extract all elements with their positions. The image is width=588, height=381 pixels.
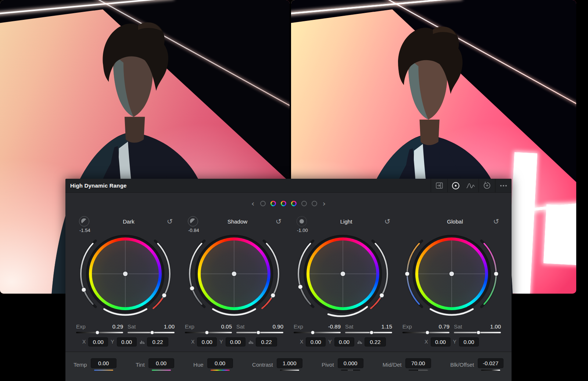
x-label: X — [300, 339, 303, 345]
blkoffset-field[interactable]: -0.027 — [478, 358, 503, 368]
exposure-arc-handle — [298, 284, 302, 289]
sat-slider[interactable] — [454, 332, 501, 333]
page-navigation: ‹ › — [65, 193, 512, 214]
bottom-arc — [213, 309, 255, 315]
sat-label: Sat — [454, 323, 462, 330]
exp-slider[interactable] — [76, 332, 123, 333]
reset-wheel-icon[interactable]: ↺ — [493, 218, 499, 225]
wheel-section-global: Global ↺ — [397, 214, 506, 346]
y-label: Y — [328, 339, 331, 345]
x-field[interactable]: 0.00 — [88, 337, 108, 346]
dial-value: -1.00 — [295, 228, 390, 234]
y-label: Y — [111, 339, 114, 345]
saturation-over-arc — [371, 299, 380, 308]
sat-value[interactable]: 0.90 — [273, 323, 283, 330]
color-wheel-global[interactable] — [404, 235, 499, 320]
contrast-field[interactable]: 1.000 — [277, 358, 302, 368]
wheel-label: Global — [447, 218, 463, 225]
middet-field[interactable]: 70.00 — [405, 358, 431, 368]
saturation-arc-handle — [162, 293, 166, 298]
exposure-dial-icon[interactable] — [188, 216, 198, 226]
x-label: X — [191, 339, 194, 345]
wheel-center-handle — [340, 271, 345, 276]
exposure-arc — [190, 244, 201, 304]
contrast-control: Contrast 1.000 — [252, 358, 302, 371]
pivot-label: Pivot — [322, 362, 334, 368]
page-dot-1[interactable] — [260, 201, 266, 206]
page-dot-2[interactable] — [270, 201, 276, 206]
x-field[interactable]: 0.00 — [431, 337, 451, 346]
sat-slider[interactable] — [128, 332, 175, 333]
sat-label: Sat — [128, 323, 136, 330]
tint-gradient-bar — [152, 370, 171, 371]
page-dot-6[interactable] — [312, 201, 317, 206]
exp-slider[interactable] — [185, 332, 232, 333]
exposure-arc — [81, 244, 93, 304]
color-wheel-dark[interactable] — [78, 235, 173, 320]
exp-slider[interactable] — [402, 332, 449, 333]
temp-gradient-bar — [94, 370, 113, 371]
blkoffset-label: Blk/Offset — [450, 362, 474, 368]
exp-label: Exp — [185, 323, 194, 330]
sat-slider[interactable] — [345, 332, 392, 333]
x-field[interactable]: 0.00 — [306, 337, 326, 346]
sat-value[interactable]: 1.15 — [381, 323, 392, 330]
color-wheel-light[interactable] — [295, 235, 391, 320]
exp-label: Exp — [402, 323, 412, 330]
color-wheels-view-icon[interactable] — [451, 181, 460, 190]
options-menu-icon[interactable] — [499, 181, 508, 190]
page-dot-3[interactable] — [281, 201, 286, 206]
reset-wheel-icon[interactable]: ↺ — [384, 218, 390, 225]
hue-field[interactable]: 0.00 — [207, 358, 233, 368]
color-wheel-shadow[interactable] — [186, 235, 282, 320]
page-dot-5[interactable] — [301, 201, 307, 206]
light-dial-icon[interactable] — [297, 216, 307, 226]
tint-label: Tint — [136, 362, 144, 368]
sat-slider[interactable] — [236, 332, 283, 333]
reset-wheel-icon[interactable]: ↺ — [167, 218, 173, 225]
reset-all-icon[interactable] — [483, 181, 491, 190]
y-field[interactable]: 0.00 — [226, 337, 245, 346]
exp-value[interactable]: 0.29 — [112, 323, 123, 330]
x-field[interactable]: 0.00 — [197, 337, 217, 346]
bottom-arc — [328, 307, 367, 316]
exposure-arc-handle — [82, 287, 86, 292]
y-field[interactable]: 0.00 — [334, 337, 354, 346]
temp-field[interactable]: 0.00 — [91, 358, 116, 368]
tint-arc-handle — [494, 272, 498, 276]
exposure-arc — [298, 244, 310, 304]
next-page-chevron[interactable]: › — [322, 200, 327, 208]
prev-page-chevron[interactable]: ‹ — [251, 200, 255, 208]
range-field[interactable]: 0.22 — [365, 337, 386, 346]
wheel-center-handle — [232, 271, 237, 276]
sat-value[interactable]: 1.00 — [490, 323, 501, 330]
bottom-arc — [430, 309, 473, 315]
pivot-field[interactable]: 0.000 — [338, 358, 363, 368]
panel-dock-icon[interactable] — [435, 181, 444, 190]
exp-slider[interactable] — [294, 332, 341, 333]
exp-value[interactable]: 0.79 — [439, 323, 449, 330]
global-adjustments-bar: Temp 0.00 Tint 0.00 Hue 0.00 Contrast 1.… — [65, 352, 512, 381]
range-field[interactable]: 0.22 — [256, 337, 277, 346]
exp-value[interactable]: -0.89 — [328, 323, 341, 330]
wheel-label: Shadow — [227, 218, 247, 225]
reset-wheel-icon[interactable]: ↺ — [276, 218, 282, 225]
histogram-icon — [358, 340, 362, 344]
range-field[interactable]: 0.22 — [147, 337, 168, 346]
exposure-dial-icon[interactable] — [79, 216, 89, 226]
curves-view-icon[interactable] — [466, 181, 475, 190]
exposure-arc-handle — [190, 286, 194, 290]
y-field[interactable]: 0.00 — [459, 337, 479, 346]
wheel-center-handle — [123, 271, 128, 276]
dial-value: -1.54 — [78, 228, 173, 234]
contrast-label: Contrast — [252, 362, 273, 368]
page-dot-4[interactable] — [291, 201, 297, 206]
hue-gradient-bar — [211, 370, 230, 371]
tint-control: Tint 0.00 — [136, 358, 174, 371]
y-field[interactable]: 0.00 — [117, 337, 137, 346]
exp-value[interactable]: 0.05 — [221, 323, 232, 330]
tint-field[interactable]: 0.00 — [148, 358, 174, 368]
sat-value[interactable]: 1.00 — [164, 323, 175, 330]
wheels-row: Dark ↺ -1.54 — [65, 214, 512, 346]
middet-label: Mid/Det — [383, 362, 402, 368]
